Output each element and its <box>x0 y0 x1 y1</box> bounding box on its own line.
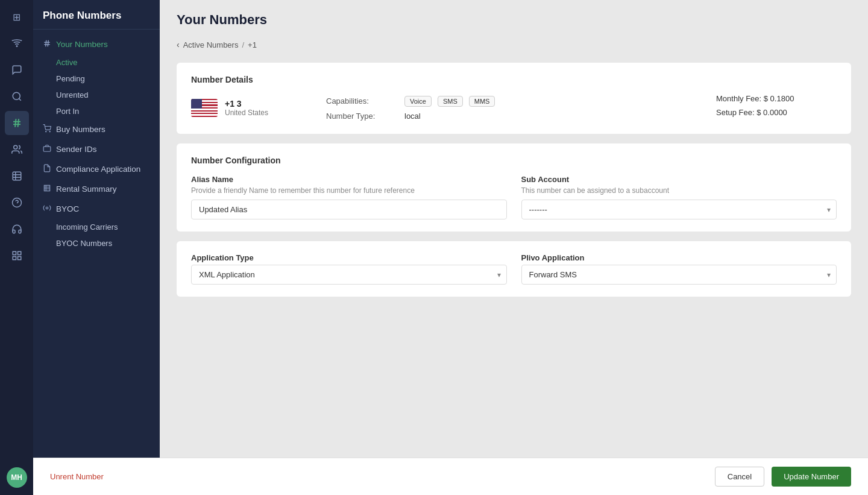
sidebar-item-compliance[interactable]: Compliance Application <box>33 159 160 179</box>
sidebar-sub-active[interactable]: Active <box>33 54 160 71</box>
config-title: Number Configuration <box>191 156 837 165</box>
plivo-app-select[interactable]: Forward SMS None <box>521 265 837 285</box>
sidebar-item-label-compliance: Compliance Application <box>56 165 140 174</box>
monthly-fee-row: Monthly Fee: $ 0.1800 <box>716 94 837 103</box>
setup-fee-value: $ 0.0000 <box>756 108 787 117</box>
breadcrumb-current: +1 <box>248 40 257 49</box>
setup-fee-row: Setup Fee: $ 0.0000 <box>716 108 837 117</box>
sidebar-sub-unrented[interactable]: Unrented <box>33 87 160 103</box>
phone-number: +1 3 <box>225 99 268 109</box>
grid-icon[interactable]: ⊞ <box>5 5 29 29</box>
number-type-label: Number Type: <box>326 112 398 121</box>
number-type-value: local <box>404 112 421 121</box>
svg-line-20 <box>46 40 46 47</box>
chat-icon[interactable] <box>5 58 29 82</box>
svg-point-22 <box>46 131 46 132</box>
sidebar-sub-port-in[interactable]: Port In <box>33 103 160 119</box>
main-header: Your Numbers <box>160 0 868 35</box>
sidebar-item-label-sender: Sender IDs <box>56 145 97 154</box>
sidebar: Phone Numbers Your Numbers Active Pendin… <box>33 0 160 495</box>
config-grid: Alias Name Provide a friendly Name to re… <box>191 175 837 219</box>
sidebar-item-label-rental: Rental Summary <box>56 184 117 194</box>
cart-icon <box>43 124 51 134</box>
cap-mms: MMS <box>469 96 495 107</box>
svg-line-6 <box>17 119 19 127</box>
sub-account-select-wrapper: ------- ▾ <box>521 200 837 219</box>
svg-rect-8 <box>13 172 21 180</box>
sub-account-group: Sub Account This number can be assigned … <box>521 175 837 219</box>
svg-rect-16 <box>13 257 16 260</box>
app-type-label: Application Type <box>191 253 507 262</box>
sidebar-item-rental-summary[interactable]: Rental Summary <box>33 179 160 199</box>
cap-sms: SMS <box>438 96 463 107</box>
footer-bar: Unrent Number Cancel Update Number <box>33 458 868 495</box>
alias-name-hint: Provide a friendly Name to remember this… <box>191 186 507 195</box>
capabilities-row: Capabilities: Voice SMS MMS <box>326 96 702 107</box>
plivo-app-group: Plivo Application Forward SMS None ▾ <box>521 253 837 285</box>
number-details-card: Number Details <box>177 63 851 134</box>
number-details-row: +1 3 United States Capabilities: Voice S… <box>191 94 837 122</box>
cap-voice: Voice <box>404 96 432 107</box>
signal-icon[interactable] <box>5 31 29 55</box>
alias-name-label: Alias Name <box>191 175 507 184</box>
svg-point-7 <box>13 145 17 149</box>
breadcrumb: ‹ Active Numbers / +1 <box>177 35 851 54</box>
app-type-select[interactable]: XML Application Plivo Application SIP Ro… <box>191 265 507 285</box>
us-flag <box>191 99 218 117</box>
app-type-select-wrapper: XML Application Plivo Application SIP Ro… <box>191 265 507 285</box>
sidebar-sub-incoming-carriers[interactable]: Incoming Carriers <box>33 219 160 235</box>
sidebar-title: Phone Numbers <box>33 0 160 30</box>
sidebar-item-your-numbers[interactable]: Your Numbers <box>33 34 160 54</box>
sidebar-item-label-byoc: BYOC <box>56 204 79 213</box>
svg-rect-15 <box>17 251 20 254</box>
svg-point-0 <box>16 46 17 47</box>
breadcrumb-parent[interactable]: Active Numbers <box>183 40 239 49</box>
update-number-button[interactable]: Update Number <box>772 467 851 487</box>
number-details-title: Number Details <box>191 75 837 84</box>
alias-name-input[interactable] <box>191 200 507 219</box>
sub-account-label: Sub Account <box>521 175 837 184</box>
sidebar-item-byoc[interactable]: BYOC <box>33 199 160 219</box>
capabilities-area: Capabilities: Voice SMS MMS Number Type:… <box>326 96 702 121</box>
svg-point-1 <box>13 92 20 99</box>
sidebar-sub-byoc-numbers[interactable]: BYOC Numbers <box>33 235 160 251</box>
sidebar-section-numbers: Your Numbers Active Pending Unrented Por… <box>33 30 160 256</box>
plivo-app-label: Plivo Application <box>521 253 837 262</box>
breadcrumb-back-icon[interactable]: ‹ <box>177 40 180 49</box>
contacts-icon[interactable] <box>5 137 29 162</box>
avatar[interactable]: MH <box>7 467 27 488</box>
number-type-row: Number Type: local <box>326 112 702 121</box>
support-icon[interactable] <box>5 217 29 241</box>
sidebar-sub-pending[interactable]: Pending <box>33 71 160 87</box>
fees-area: Monthly Fee: $ 0.1800 Setup Fee: $ 0.000… <box>716 94 837 122</box>
cancel-button[interactable]: Cancel <box>715 467 764 487</box>
report-icon[interactable] <box>5 164 29 188</box>
unrent-number-button[interactable]: Unrent Number <box>50 472 104 481</box>
hash-icon <box>43 39 51 49</box>
sidebar-item-sender-ids[interactable]: Sender IDs <box>33 139 160 159</box>
main-content: Your Numbers ‹ Active Numbers / +1 Numbe… <box>160 0 868 495</box>
svg-rect-17 <box>17 257 20 260</box>
setup-fee-label: Setup Fee: <box>716 108 755 117</box>
icon-rail: ⊞ MH <box>0 0 33 495</box>
monthly-fee-label: Monthly Fee: <box>716 94 761 103</box>
breadcrumb-separator: / <box>242 40 244 49</box>
svg-point-23 <box>49 131 50 132</box>
sidebar-item-buy-numbers[interactable]: Buy Numbers <box>33 119 160 139</box>
app-type-group: Application Type XML Application Plivo A… <box>191 253 507 285</box>
content-area: ‹ Active Numbers / +1 Number Details <box>160 35 868 495</box>
sub-account-select[interactable]: ------- <box>521 200 837 219</box>
svg-line-2 <box>19 98 20 100</box>
svg-rect-24 <box>43 147 51 151</box>
capabilities-label: Capabilities: <box>326 96 398 106</box>
senderid-icon <box>43 144 51 154</box>
search-icon[interactable] <box>5 84 29 109</box>
rental-icon <box>43 184 51 194</box>
help-icon[interactable] <box>5 191 29 215</box>
footer-actions: Cancel Update Number <box>715 467 851 487</box>
svg-point-25 <box>46 207 48 209</box>
number-configuration-card: Number Configuration Alias Name Provide … <box>177 143 851 232</box>
dashboard-icon[interactable] <box>5 244 29 268</box>
phone-hash-icon[interactable] <box>5 111 29 135</box>
flag-area: +1 3 United States <box>191 99 312 117</box>
